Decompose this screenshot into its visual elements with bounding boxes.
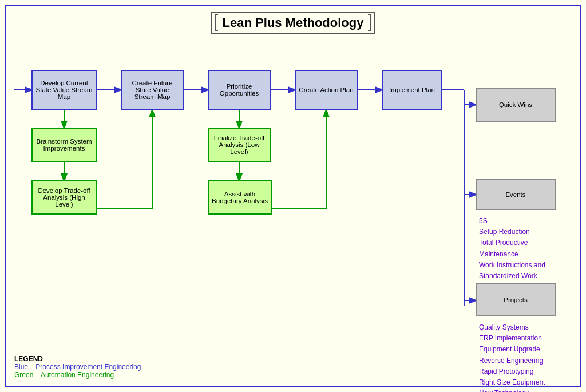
box-projects: Projects [476, 283, 556, 316]
event-item-4b: Standardized Work [479, 271, 568, 282]
title-box: Lean Plus Methodology [211, 12, 375, 34]
diagram-container: Develop Current State Value Stream Map B… [6, 37, 580, 383]
project-item-2: ERP Implementation [479, 333, 568, 344]
box-quick-wins: Quick Wins [476, 88, 556, 122]
box-prioritize: Prioritize Opportunities [208, 70, 271, 110]
box-develop-tradeoff-high: Develop Trade-off Analysis (High Level) [31, 180, 97, 215]
outer-border: Lean Plus Methodology [5, 5, 581, 387]
box-assist-budgetary: Assist with Budgetary Analysis [208, 180, 272, 215]
project-item-3: Equipment Upgrade [479, 344, 568, 355]
project-item-6: Right Size Equipment [479, 377, 568, 388]
event-item-2: Setup Reduction [479, 227, 568, 237]
box-implement-plan: Implement Plan [382, 70, 442, 110]
legend-title: LEGEND [14, 355, 141, 363]
project-item-1: Quality Systems [479, 322, 568, 333]
box-brainstorm: Brainstorm System Improvements [31, 128, 97, 162]
project-item-5: Rapid Prototyping [479, 366, 568, 377]
legend-green: Green – Automation Engineering [14, 371, 141, 379]
box-events: Events [476, 179, 556, 210]
title-area: Lean Plus Methodology [6, 6, 580, 37]
legend-blue: Blue – Process Improvement Engineering [14, 363, 141, 371]
event-item-3b: Maintenance [479, 249, 568, 260]
page-title: Lean Plus Methodology [223, 15, 364, 30]
event-item-4: Work Instructions and [479, 260, 568, 271]
box-finalize-tradeoff: Finalize Trade-off Analysis (Low Level) [208, 128, 271, 162]
event-item-1: 5S [479, 216, 568, 227]
event-item-3: Total Productive [479, 237, 568, 248]
box-create-fsvsm: Create Future State Value Stream Map [121, 70, 184, 110]
box-develop-csvsm: Develop Current State Value Stream Map [31, 70, 97, 110]
legend: LEGEND Blue – Process Improvement Engine… [14, 355, 141, 379]
project-list: Quality Systems ERP Implementation Equip… [477, 320, 568, 392]
project-item-4: Reverse Engineering [479, 355, 568, 366]
project-item-7: New Technology [479, 388, 568, 392]
box-create-action-plan: Create Action Plan [295, 70, 358, 110]
